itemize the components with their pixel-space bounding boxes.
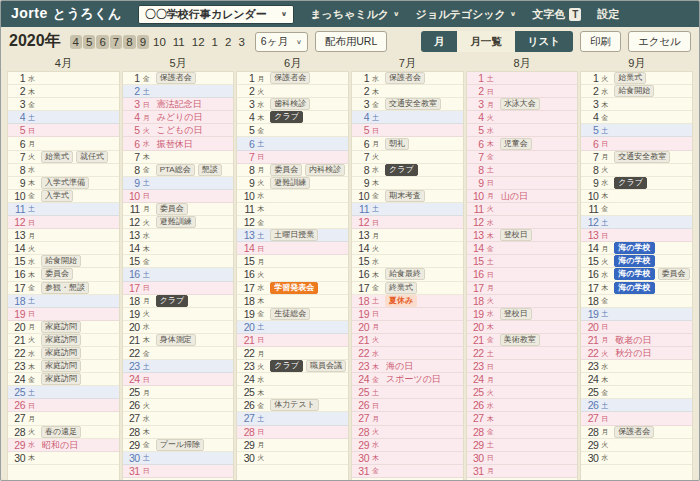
calendar-day-row[interactable]: 20木 [467, 321, 578, 334]
calendar-day-row[interactable]: 1月保護者会 [237, 72, 348, 85]
event-badge[interactable]: 土曜日授業 [270, 229, 318, 241]
calendar-day-row[interactable]: 9木入学式準備 [8, 177, 119, 190]
calendar-day-row[interactable]: 28火春の遠足 [8, 426, 119, 439]
month-number[interactable]: 3 [235, 35, 247, 49]
calendar-day-row[interactable]: 27木 [467, 412, 578, 425]
theme-menu[interactable]: まっちゃミルク ∨ [310, 7, 399, 22]
event-badge[interactable]: 学習発表会 [270, 282, 318, 294]
calendar-day-row[interactable]: 3木 [581, 98, 692, 111]
calendar-day-row[interactable]: 12土 [581, 216, 692, 229]
event-badge[interactable]: 保護者会 [614, 426, 654, 438]
calendar-day-row[interactable]: 3月水泳大会 [467, 98, 578, 111]
view-month-list[interactable]: 月一覧 [457, 31, 515, 52]
event-badge[interactable]: 始業式 [41, 151, 73, 163]
calendar-day-row[interactable]: 1火始業式 [581, 72, 692, 85]
calendar-day-row[interactable]: 1水保護者会 [352, 72, 463, 85]
event-badge[interactable]: クラブ [270, 111, 303, 123]
calendar-day-row[interactable]: 6土 [237, 137, 348, 150]
calendar-day-row[interactable]: 16水海の学校委員会 [581, 268, 692, 281]
calendar-day-row[interactable]: 8土 [467, 164, 578, 177]
print-button[interactable]: 印刷 [580, 31, 621, 52]
event-badge[interactable]: 海の学校 [614, 242, 654, 254]
calendar-day-row[interactable]: 18土夏休み [352, 295, 463, 308]
calendar-day-row[interactable]: 26金体力テスト [237, 399, 348, 412]
event-badge[interactable]: 委員会 [270, 164, 302, 176]
event-badge[interactable]: 避難訓練 [156, 216, 196, 228]
event-badge[interactable]: 美術教室 [500, 334, 540, 346]
event-badge[interactable]: 家庭訪問 [41, 347, 81, 359]
calendar-day-row[interactable]: 15水給食開始 [8, 255, 119, 268]
calendar-day-row[interactable]: 6木児童会 [467, 137, 578, 150]
calendar-day-row[interactable]: 24金家庭訪問 [8, 373, 119, 386]
event-badge[interactable]: 春の遠足 [41, 426, 81, 438]
calendar-day-row[interactable]: 31月 [467, 465, 578, 478]
view-month[interactable]: 月 [421, 31, 458, 52]
calendar-day-row[interactable]: 17金参観・懇談 [8, 282, 119, 295]
event-badge[interactable]: 給食最終 [385, 268, 425, 280]
calendar-day-row[interactable]: 21月敬老の日 [581, 334, 692, 347]
event-badge[interactable]: 委員会 [156, 203, 188, 215]
calendar-day-row[interactable]: 13木登校日 [467, 229, 578, 242]
month-number[interactable]: 5 [83, 35, 95, 49]
calendar-day-row[interactable]: 6日 [581, 137, 692, 150]
calendar-day-row[interactable]: 3水歯科検診 [237, 98, 348, 111]
calendar-day-row[interactable]: 19日 [352, 308, 463, 321]
calendar-day-row[interactable]: 3日憲法記念日 [123, 98, 234, 111]
event-badge[interactable]: 生徒総会 [270, 308, 310, 320]
calendar-day-row[interactable]: 25土 [8, 386, 119, 399]
calendar-day-row[interactable]: 11木 [237, 203, 348, 216]
calendar-day-row[interactable]: 14木 [123, 242, 234, 255]
event-badge[interactable]: 朝礼 [385, 138, 409, 150]
event-badge[interactable]: 委員会 [658, 268, 690, 280]
calendar-day-row[interactable]: 21火 [352, 334, 463, 347]
calendar-day-row[interactable]: 27土 [237, 412, 348, 425]
calendar-day-row[interactable]: 3金交通安全教室 [352, 98, 463, 111]
month-number[interactable]: 6 [96, 35, 108, 49]
calendar-day-row[interactable]: 25金 [581, 386, 692, 399]
event-badge[interactable]: 海の学校 [614, 282, 654, 294]
event-badge[interactable]: 委員会 [41, 268, 73, 280]
event-badge[interactable]: 給食開始 [41, 255, 81, 267]
calendar-day-row[interactable]: 17日 [123, 282, 234, 295]
calendar-day-row[interactable]: 12火避難訓練 [123, 216, 234, 229]
event-badge[interactable]: 登校日 [500, 229, 532, 241]
calendar-day-row[interactable]: 4土 [8, 111, 119, 124]
calendar-day-row[interactable]: 14火 [352, 242, 463, 255]
calendar-day-row[interactable]: 20水 [123, 321, 234, 334]
view-list[interactable]: リスト [515, 31, 573, 52]
calendar-day-row[interactable]: 31金 [352, 465, 463, 478]
calendar-day-row[interactable]: 8金PTA総会懇談 [123, 164, 234, 177]
event-badge[interactable]: 海の学校 [614, 255, 654, 267]
calendar-day-row[interactable]: 9水クラブ [581, 177, 692, 190]
text-color-control[interactable]: 文字色 T [532, 7, 581, 22]
calendar-day-row[interactable]: 27月 [352, 412, 463, 425]
calendar-day-row[interactable]: 26水 [467, 399, 578, 412]
calendar-day-row[interactable]: 25木 [237, 386, 348, 399]
calendar-day-row[interactable]: 10日 [123, 190, 234, 203]
calendar-day-row[interactable]: 6月朝礼 [352, 137, 463, 150]
calendar-day-row[interactable]: 1土 [467, 72, 578, 85]
calendar-day-row[interactable]: 7月交通安全教室 [581, 151, 692, 164]
calendar-day-row[interactable]: 12水 [467, 216, 578, 229]
calendar-day-row[interactable]: 28金 [467, 426, 578, 439]
calendar-day-row[interactable]: 4木クラブ [237, 111, 348, 124]
calendar-day-row[interactable]: 24木 [581, 373, 692, 386]
month-number[interactable]: 1 [209, 35, 221, 49]
calendar-day-row[interactable]: 26土 [581, 399, 692, 412]
event-badge[interactable]: 水泳大会 [500, 98, 540, 110]
calendar-day-row[interactable]: 27月 [8, 412, 119, 425]
calendar-day-row[interactable]: 15月 [237, 255, 348, 268]
calendar-day-row[interactable]: 5火こどもの日 [123, 124, 234, 137]
calendar-day-row[interactable]: 21木身体測定 [123, 334, 234, 347]
event-badge[interactable]: 始業式 [614, 72, 646, 84]
calendar-day-row[interactable]: 28日 [237, 426, 348, 439]
calendar-day-row[interactable]: 13月 [352, 229, 463, 242]
calendar-day-row[interactable]: 24金スポーツの日 [352, 373, 463, 386]
month-number[interactable]: 7 [110, 35, 122, 49]
month-number[interactable]: 12 [189, 35, 208, 49]
calendar-day-row[interactable]: 28火 [352, 426, 463, 439]
calendar-day-row[interactable]: 26日 [352, 399, 463, 412]
calendar-day-row[interactable]: 2木 [352, 85, 463, 98]
calendar-day-row[interactable]: 17月 [467, 282, 578, 295]
calendar-day-row[interactable]: 30水 [581, 452, 692, 465]
